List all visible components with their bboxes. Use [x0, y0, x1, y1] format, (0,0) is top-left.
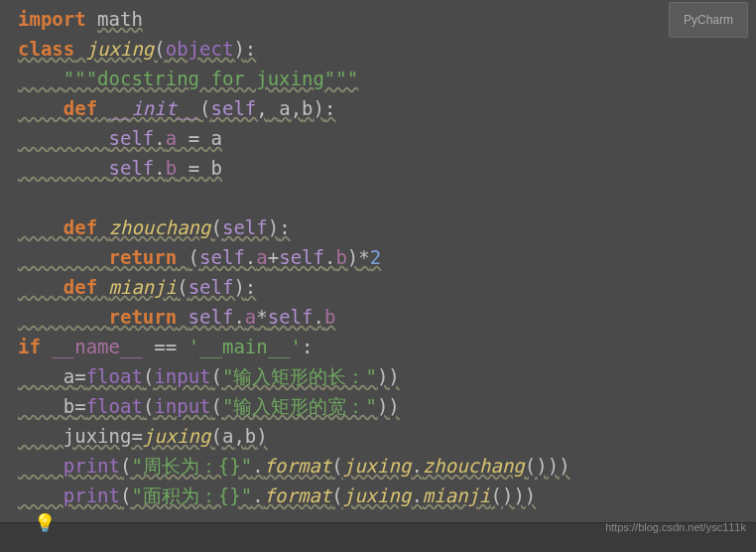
dot: . — [252, 455, 263, 477]
self-ref: self — [268, 306, 314, 328]
string-main: '__main__' — [189, 336, 302, 357]
attr-a: a — [166, 127, 177, 149]
code-line: def __init__(self, a,b): — [18, 93, 738, 123]
var-b: b — [63, 395, 74, 417]
indent — [18, 127, 109, 149]
paren: ) — [559, 455, 569, 477]
code-line: import math — [18, 4, 738, 34]
paren: ( — [120, 455, 131, 477]
paren: ) — [314, 97, 324, 119]
paren: ( — [525, 455, 536, 477]
string-area: "面积为：{}" — [131, 484, 252, 506]
call-mianji: mianji — [423, 484, 491, 506]
code-line: return self.a*self.b — [18, 302, 738, 332]
paren: ) — [536, 455, 547, 477]
indent — [18, 365, 63, 387]
indent — [18, 484, 63, 506]
code-line: return (self.a+self.b)*2 — [18, 242, 738, 272]
paren: ( — [211, 365, 222, 387]
colon: : — [245, 38, 256, 60]
param-self: self — [189, 276, 234, 298]
indent — [18, 395, 63, 417]
indent — [18, 216, 63, 238]
colon: : — [279, 216, 290, 238]
multiply: * — [256, 306, 267, 328]
paren: ( — [331, 455, 342, 477]
code-line: def mianji(self): — [18, 272, 738, 302]
var-a: a — [211, 127, 222, 149]
docstring: """docstring for juxing""" — [63, 68, 358, 89]
paren: ) — [233, 38, 244, 60]
keyword-if: if — [18, 336, 41, 357]
keyword-return: return — [109, 306, 178, 328]
self-ref: self — [189, 306, 234, 328]
indent — [18, 306, 109, 328]
self-ref: self — [109, 157, 155, 179]
paren: ) — [256, 425, 267, 447]
builtin-float: float — [86, 395, 143, 417]
code-line — [18, 183, 738, 212]
keyword-def: def — [63, 276, 97, 298]
dot: . — [154, 127, 165, 149]
paren: ( — [211, 395, 222, 417]
paren: ( — [199, 97, 210, 119]
obj-juxing: juxing — [343, 484, 412, 506]
paren: ) — [268, 216, 279, 238]
var-b: b — [211, 157, 222, 179]
attr-a: a — [245, 306, 256, 328]
colon: : — [245, 276, 256, 298]
lightbulb-icon[interactable]: 💡 — [34, 508, 56, 538]
indent — [18, 97, 63, 119]
paren: ) — [233, 276, 244, 298]
assign: = — [74, 365, 85, 387]
module-math: math — [97, 8, 143, 30]
attr-b: b — [324, 306, 335, 328]
keyword-def: def — [63, 97, 97, 119]
param-self: self — [222, 216, 268, 238]
paren: ( — [143, 365, 154, 387]
paren: ) — [525, 484, 536, 506]
dot: . — [233, 306, 244, 328]
keyword-import: import — [18, 8, 86, 30]
method-format: format — [264, 455, 332, 477]
self-ref: self — [199, 246, 245, 268]
assign: = — [74, 395, 85, 417]
dot: . — [245, 246, 256, 268]
var-a: a — [63, 365, 74, 387]
paren: ( — [189, 246, 199, 268]
indent — [18, 68, 63, 89]
self-ref: self — [109, 127, 155, 149]
space — [177, 306, 188, 328]
code-line: """docstring for juxing""" — [18, 64, 738, 93]
assign: = — [131, 425, 142, 447]
arg-a: a — [222, 425, 233, 447]
dot: . — [324, 246, 335, 268]
dunder-name: __name__ — [52, 336, 143, 357]
indent — [18, 276, 63, 298]
paren: ( — [143, 395, 154, 417]
code-editor[interactable]: import math class juxing(object): """doc… — [0, 0, 756, 514]
method-mianji: mianji — [109, 276, 178, 298]
indent — [18, 246, 109, 268]
code-line: self.a = a — [18, 123, 738, 153]
builtin-print: print — [63, 455, 120, 477]
code-line: def zhouchang(self): — [18, 212, 738, 242]
paren: ) — [548, 455, 559, 477]
method-zhouchang: zhouchang — [109, 216, 211, 238]
class-name: juxing — [86, 38, 155, 60]
method-format: format — [264, 484, 332, 506]
code-line: juxing=juxing(a,b) — [18, 421, 738, 451]
assign: = — [177, 127, 210, 149]
builtin-print: print — [63, 484, 120, 506]
colon: : — [302, 336, 313, 357]
paren: ( — [154, 38, 165, 60]
dot: . — [252, 484, 263, 506]
code-line: if __name__ == '__main__': — [18, 332, 738, 361]
code-line: self.b = b — [18, 153, 738, 183]
builtin-input: input — [154, 365, 210, 387]
colon: : — [324, 97, 335, 119]
paren: ) — [377, 365, 388, 387]
method-init: __init__ — [109, 97, 200, 119]
obj-juxing: juxing — [343, 455, 412, 477]
code-line: b=float(input("输入矩形的宽：")) — [18, 391, 738, 421]
